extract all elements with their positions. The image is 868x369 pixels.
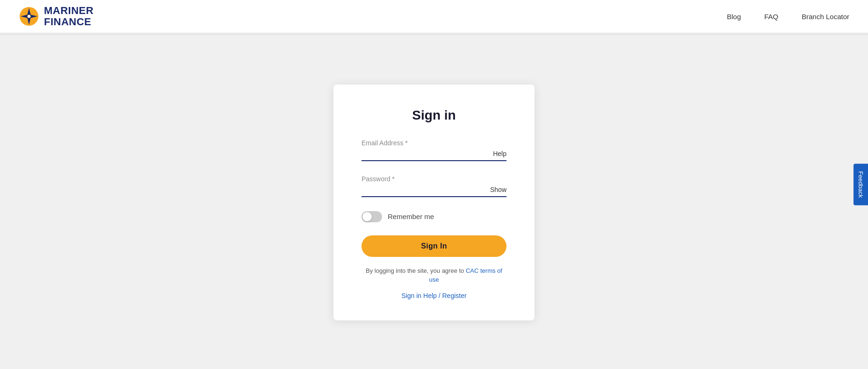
help-register: Sign in Help / Register — [362, 292, 506, 299]
email-label: Email Address * — [362, 139, 506, 147]
signin-button[interactable]: Sign In — [362, 235, 506, 257]
main-content: Sign in Email Address * Help Password * … — [0, 35, 868, 369]
signin-card: Sign in Email Address * Help Password * … — [333, 85, 535, 320]
email-field-row: Help — [362, 149, 506, 161]
logo-line1: MARINER — [44, 5, 94, 16]
nav-blog[interactable]: Blog — [727, 13, 741, 21]
signin-title: Sign in — [362, 108, 506, 123]
terms-text-before: By logging into the site, you agree to — [366, 267, 466, 274]
feedback-tab[interactable]: Feedback — [854, 163, 868, 205]
nav-faq[interactable]: FAQ — [764, 13, 778, 21]
email-input[interactable] — [362, 149, 488, 157]
remember-me-label: Remember me — [388, 213, 434, 220]
svg-point-5 — [28, 15, 30, 18]
password-field-row: Show — [362, 185, 506, 197]
main-nav: Blog FAQ Branch Locator — [727, 13, 849, 21]
terms-text: By logging into the site, you agree to C… — [362, 266, 506, 284]
email-help-button[interactable]: Help — [493, 150, 506, 157]
logo-icon — [19, 6, 39, 27]
nav-branch-locator[interactable]: Branch Locator — [802, 13, 849, 21]
password-label: Password * — [362, 175, 506, 183]
logo-line2: FINANCE — [44, 16, 94, 28]
email-form-group: Email Address * Help — [362, 139, 506, 161]
password-input[interactable] — [362, 185, 485, 193]
password-show-button[interactable]: Show — [490, 186, 506, 193]
logo-text: MARINER FINANCE — [44, 5, 94, 28]
remember-me-toggle[interactable] — [362, 211, 382, 222]
password-form-group: Password * Show — [362, 175, 506, 197]
remember-me-row: Remember me — [362, 211, 506, 222]
logo[interactable]: MARINER FINANCE — [19, 5, 94, 28]
toggle-knob — [362, 212, 372, 221]
site-header: MARINER FINANCE Blog FAQ Branch Locator — [0, 0, 868, 33]
help-register-link[interactable]: Sign in Help / Register — [401, 292, 466, 299]
